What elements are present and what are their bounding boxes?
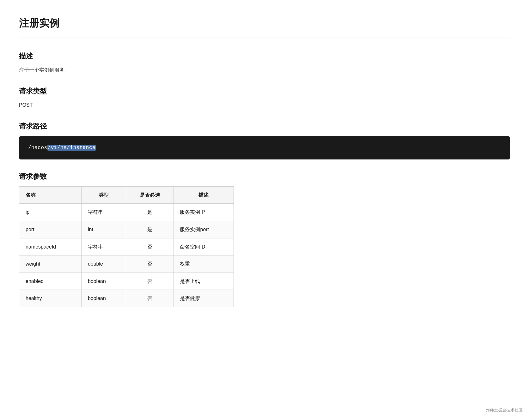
- table-cell: 是否健康: [173, 290, 234, 307]
- col-header-type: 类型: [81, 186, 126, 204]
- table-row: portint是服务实例port: [19, 221, 234, 238]
- col-header-name: 名称: [19, 186, 82, 204]
- table-cell: double: [81, 255, 126, 273]
- request-type-section: 请求类型 POST: [19, 86, 510, 109]
- request-path-section: 请求路径 /nacos/v1/ns/instance: [19, 121, 510, 159]
- table-cell: int: [81, 221, 126, 238]
- table-cell: 权重: [173, 255, 234, 273]
- description-heading: 描述: [19, 51, 510, 62]
- table-cell: boolean: [81, 273, 126, 290]
- params-table-body: ip字符串是服务实例IPportint是服务实例portnamespaceId字…: [19, 204, 234, 307]
- table-cell: port: [19, 221, 82, 238]
- table-cell: 是否上线: [173, 273, 234, 290]
- table-row: enabledboolean否是否上线: [19, 273, 234, 290]
- request-type-heading: 请求类型: [19, 86, 510, 97]
- code-block: /nacos/v1/ns/instance: [19, 136, 510, 159]
- table-row: healthyboolean否是否健康: [19, 290, 234, 307]
- description-content: 注册一个实例到服务。: [19, 66, 510, 74]
- request-type-content: POST: [19, 101, 510, 109]
- request-path-heading: 请求路径: [19, 121, 510, 132]
- table-cell: 否: [126, 255, 173, 273]
- table-cell: weight: [19, 255, 82, 273]
- table-cell: 命名空间ID: [173, 238, 234, 255]
- params-table: 名称 类型 是否必选 描述 ip字符串是服务实例IPportint是服务实例po…: [19, 186, 234, 307]
- table-cell: namespaceId: [19, 238, 82, 255]
- table-row: namespaceId字符串否命名空间ID: [19, 238, 234, 255]
- table-cell: enabled: [19, 273, 82, 290]
- table-cell: 否: [126, 290, 173, 307]
- table-cell: 是: [126, 204, 173, 221]
- col-header-desc: 描述: [173, 186, 234, 204]
- code-highlight: /v1/ns/instance: [47, 145, 96, 151]
- table-cell: 否: [126, 273, 173, 290]
- table-cell: 字符串: [81, 204, 126, 221]
- table-cell: 服务实例port: [173, 221, 234, 238]
- table-cell: ip: [19, 204, 82, 221]
- code-content: /nacos/v1/ns/instance: [28, 145, 96, 151]
- table-cell: 字符串: [81, 238, 126, 255]
- description-section: 描述 注册一个实例到服务。: [19, 51, 510, 74]
- params-table-header: 名称 类型 是否必选 描述: [19, 186, 234, 204]
- request-params-section: 请求参数 名称 类型 是否必选 描述 ip字符串是服务实例IPportint是服…: [19, 171, 510, 307]
- code-prefix: /nacos: [28, 145, 47, 151]
- table-cell: healthy: [19, 290, 82, 307]
- table-cell: 否: [126, 238, 173, 255]
- table-row: ip字符串是服务实例IP: [19, 204, 234, 221]
- table-cell: 是: [126, 221, 173, 238]
- table-header-row: 名称 类型 是否必选 描述: [19, 186, 234, 204]
- page-title: 注册实例: [19, 15, 510, 38]
- request-params-heading: 请求参数: [19, 171, 510, 182]
- table-row: weightdouble否权重: [19, 255, 234, 273]
- table-cell: boolean: [81, 290, 126, 307]
- table-cell: 服务实例IP: [173, 204, 234, 221]
- col-header-required: 是否必选: [126, 186, 173, 204]
